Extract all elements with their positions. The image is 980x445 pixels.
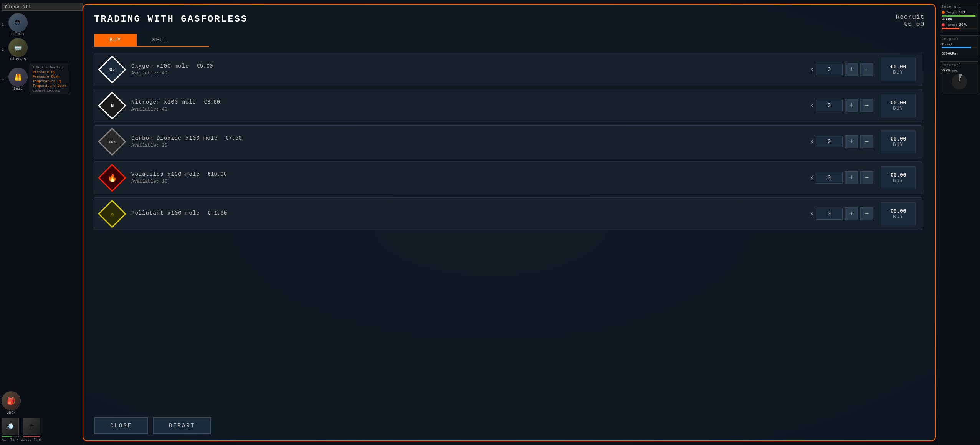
carbon_dioxide-buy-section[interactable]: €0.00BUY bbox=[881, 130, 916, 153]
waste-tank-label: Waste Tank bbox=[21, 438, 42, 442]
pollutant-price: €-1.00 bbox=[208, 210, 227, 216]
oxygen-controls: x+− bbox=[810, 63, 873, 76]
air-tank-label: Air Tank bbox=[2, 438, 18, 442]
volatiles-buy-section[interactable]: €0.00BUY bbox=[881, 166, 916, 189]
waste-tank-icon[interactable]: 🗑 bbox=[23, 418, 40, 435]
pollutant-buy-section[interactable]: €0.00BUY bbox=[881, 202, 916, 225]
oxygen-buy-section[interactable]: €0.00BUY bbox=[881, 58, 916, 81]
internal-section: Internal Target 101 97kPa Target 20°c bbox=[940, 3, 978, 32]
carbon_dioxide-quantity-input[interactable] bbox=[816, 136, 843, 147]
suit-context-menu: 3 Suit > Eva Suit Pressure Up Pressure D… bbox=[30, 64, 68, 94]
pressure-dot bbox=[942, 11, 945, 14]
oxygen-total: €0.00 bbox=[890, 64, 906, 70]
volatiles-minus-button[interactable]: − bbox=[860, 171, 873, 184]
carbon_dioxide-controls: x+− bbox=[810, 135, 873, 148]
thrust-row: Thrust bbox=[942, 43, 977, 46]
volatiles-details: Volatiles x100 mole€10.00Available: 10 bbox=[131, 171, 803, 184]
slot-row-glasses: 2 🥽 Glasses bbox=[2, 38, 83, 61]
pressure-bar-outer bbox=[942, 15, 977, 17]
volatiles-controls: x+− bbox=[810, 171, 873, 184]
tab-buy[interactable]: BUY bbox=[94, 34, 137, 46]
player-money: €0.00 bbox=[896, 21, 924, 28]
glasses-icon[interactable]: 🥽 bbox=[8, 38, 28, 57]
back-label: Back bbox=[7, 410, 16, 415]
pollutant-icon: ⚠ bbox=[101, 202, 124, 225]
thrust-bar-fill bbox=[942, 47, 971, 48]
volatiles-available: Available: 10 bbox=[131, 179, 803, 184]
close-button[interactable]: CLOSE bbox=[94, 417, 148, 434]
carbon_dioxide-price: €7.50 bbox=[226, 135, 242, 141]
pollutant-quantity-input[interactable] bbox=[816, 208, 843, 220]
slot-num-1: 1 bbox=[2, 23, 6, 27]
close-all-button[interactable]: Close All bbox=[2, 3, 83, 11]
trade-item-pollutant: ⚠Pollutant x100 mole€-1.00x+−€0.00BUY bbox=[94, 197, 922, 230]
bottom-items-row: 💨 Air Tank 🗑 Waste Tank bbox=[2, 418, 83, 442]
temperature-up-action[interactable]: Temperature Up bbox=[33, 79, 66, 84]
temp-bar-outer bbox=[942, 28, 977, 29]
carbon_dioxide-details: Carbon Dioxide x100 mole€7.50Available: … bbox=[131, 135, 803, 148]
pressure-target-val: 101 bbox=[959, 10, 965, 14]
temp-bar-fill bbox=[942, 28, 959, 29]
volatiles-x-label: x bbox=[810, 175, 813, 181]
oxygen-available: Available: 40 bbox=[131, 71, 803, 76]
right-panel: Internal Target 101 97kPa Target 20°c Je… bbox=[938, 0, 980, 445]
jetpack-section: Jetpack Thrust 5706kPa bbox=[940, 35, 978, 58]
nitrogen-price: €3.00 bbox=[204, 99, 220, 105]
glasses-label: Glasses bbox=[10, 57, 26, 61]
volatiles-plus-button[interactable]: + bbox=[845, 171, 858, 184]
thrust-value: 5706kPa bbox=[942, 52, 956, 56]
nitrogen-minus-button[interactable]: − bbox=[860, 99, 873, 112]
pollutant-minus-button[interactable]: − bbox=[860, 207, 873, 220]
volatiles-quantity-input[interactable] bbox=[816, 172, 843, 184]
oxygen-quantity-input[interactable] bbox=[816, 64, 843, 75]
depart-button[interactable]: DEPART bbox=[153, 417, 211, 434]
pollutant-x-label: x bbox=[810, 211, 813, 217]
items-container: O₂Oxygen x100 mole€5.00Available: 40x+−€… bbox=[94, 53, 924, 413]
carbon_dioxide-x-label: x bbox=[810, 139, 813, 145]
temp-target-val: 20°c bbox=[959, 23, 968, 27]
pressure-up-action[interactable]: Pressure Up bbox=[33, 70, 66, 74]
temp-gauge-label: Target 20°c bbox=[946, 23, 977, 27]
jetpack-title: Jetpack bbox=[942, 37, 977, 41]
pollutant-controls: x+− bbox=[810, 207, 873, 220]
nitrogen-quantity-input[interactable] bbox=[816, 100, 843, 111]
internal-title: Internal bbox=[942, 5, 977, 9]
slot-row-helmet: 1 ⛑ Helmet bbox=[2, 13, 83, 36]
pollutant-plus-button[interactable]: + bbox=[845, 207, 858, 220]
temp-gauge-row: Target 20°c bbox=[942, 23, 977, 27]
nitrogen-plus-button[interactable]: + bbox=[845, 99, 858, 112]
air-tank-fill bbox=[2, 436, 12, 437]
carbon_dioxide-minus-button[interactable]: − bbox=[860, 135, 873, 148]
oxygen-price: €5.00 bbox=[197, 63, 213, 69]
tab-sell[interactable]: SELL bbox=[137, 34, 183, 46]
nitrogen-available: Available: 40 bbox=[131, 107, 803, 112]
waste-tank-fill bbox=[23, 436, 40, 437]
pressure-gauge-row: Target 101 bbox=[942, 10, 977, 14]
trade-item-nitrogen: NNitrogen x100 mole€3.00Available: 40x+−… bbox=[94, 89, 922, 122]
tabs-row: BUY SELL bbox=[94, 34, 209, 47]
pressure-current-val: 97kPa bbox=[942, 18, 952, 22]
carbon_dioxide-plus-button[interactable]: + bbox=[845, 135, 858, 148]
nitrogen-controls: x+− bbox=[810, 99, 873, 112]
temp-dot bbox=[942, 23, 945, 26]
oxygen-name: Oxygen x100 mole bbox=[131, 63, 189, 69]
suit-icon[interactable]: 🦺 bbox=[8, 68, 28, 87]
air-tank-icon[interactable]: 💨 bbox=[2, 418, 19, 435]
suit-label: Suit bbox=[13, 87, 23, 91]
modal-title: TRADING WITH GASFORLESS bbox=[94, 14, 248, 24]
avatar-icon bbox=[952, 74, 967, 89]
slot-num-3: 3 bbox=[2, 77, 6, 81]
temperature-down-action[interactable]: Temperature Down bbox=[33, 84, 66, 88]
air-tank-item: 💨 Air Tank bbox=[2, 418, 19, 442]
carbon_dioxide-total: €0.00 bbox=[890, 136, 906, 142]
pollutant-name: Pollutant x100 mole bbox=[131, 210, 200, 216]
air-tank-bar bbox=[2, 436, 19, 437]
thrust-bar-outer bbox=[942, 47, 977, 48]
oxygen-plus-button[interactable]: + bbox=[845, 63, 858, 76]
nitrogen-buy-section[interactable]: €0.00BUY bbox=[881, 94, 916, 117]
pressure-down-action[interactable]: Pressure Down bbox=[33, 74, 66, 79]
back-icon[interactable]: 🎒 bbox=[2, 391, 21, 410]
oxygen-minus-button[interactable]: − bbox=[860, 63, 873, 76]
helmet-icon[interactable]: ⛑ bbox=[8, 13, 28, 32]
pressure-val-2: 1029kPa bbox=[47, 89, 60, 93]
